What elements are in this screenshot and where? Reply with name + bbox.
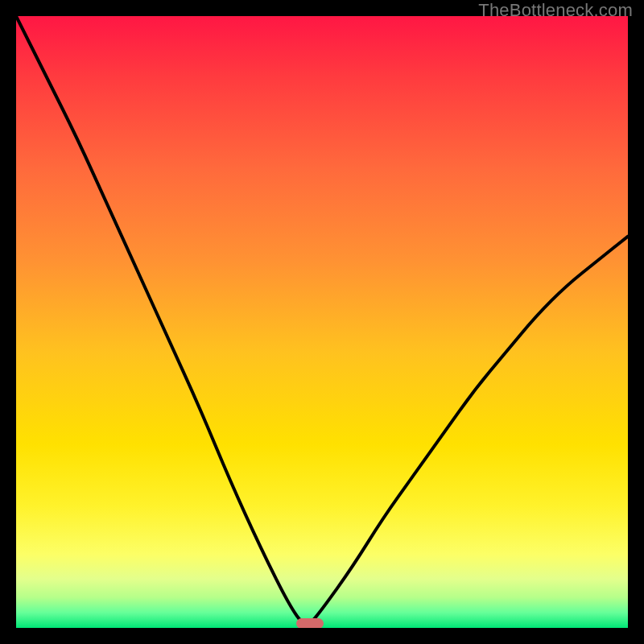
site-watermark: TheBottleneck.com [478,0,633,21]
outer-frame: TheBottleneck.com [0,0,644,644]
bottleneck-curve [16,16,628,628]
optimum-marker [296,618,324,628]
plot-area [16,16,628,628]
